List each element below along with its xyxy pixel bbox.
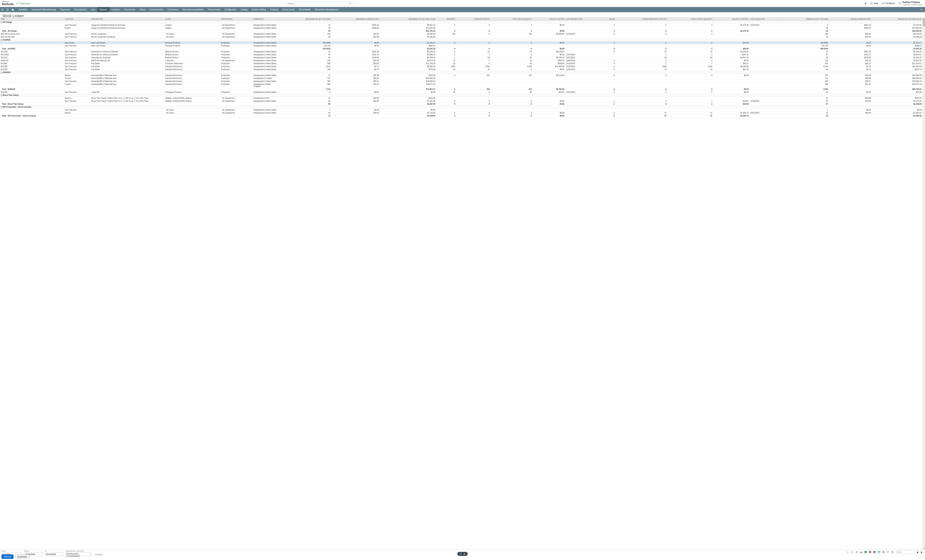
nav-scm-mobile[interactable]: SCM Mobile	[297, 7, 313, 12]
nav-reports[interactable]: Reports	[97, 7, 109, 12]
nav-configurator[interactable]: Configurator	[222, 7, 239, 12]
recent-icon[interactable]	[1, 8, 6, 11]
nav-commerce[interactable]: Commerce	[166, 7, 181, 12]
nav-manufacturing-mobile[interactable]: Manufacturing Mobile	[180, 7, 206, 12]
nav-transactions[interactable]: Transactions	[72, 7, 89, 12]
table-header-row: ITEMLOCATIONDESCRIPTIONCLASSDEPARTMENTSU…	[0, 18, 922, 19]
main-nav: ActivitiesAdvanced ManufacturingPayments…	[0, 7, 925, 12]
global-search	[286, 1, 353, 6]
col-header[interactable]: TOTAL INPUT QUANTITY	[490, 18, 533, 19]
col-header[interactable]: OTHER INV INPUTS	[456, 18, 490, 19]
col-header[interactable]: LAST RECEIPT DATE	[565, 18, 601, 19]
col-header[interactable]: ENDING AVERAGE COST	[829, 18, 872, 19]
oracle-netsuite-logo: ORACLE NetSuite	[2, 1, 14, 6]
col-header[interactable]: LAST SALES DATE	[749, 18, 782, 19]
svg-rect-0	[17, 3, 18, 4]
report-table-wrap: ITEMLOCATIONDESCRIPTIONCLASSDEPARTMENTSU…	[0, 17, 922, 19]
col-header[interactable]: BEGINNING AVERAGE COST	[331, 18, 380, 19]
nav-lists[interactable]: Lists	[89, 7, 98, 12]
report-table: ITEMLOCATIONDESCRIPTIONCLASSDEPARTMENTSU…	[0, 18, 922, 19]
user-role-icon	[898, 2, 901, 5]
feedback-link[interactable]: Feedback	[882, 2, 895, 5]
search-input[interactable]	[286, 1, 353, 6]
svg-point-6	[899, 2, 899, 3]
nav-deduction-management[interactable]: Deduction Management	[313, 7, 340, 12]
nav-activities[interactable]: Activities	[17, 7, 29, 12]
col-header[interactable]: ENDING INV QTY ON-HAND	[782, 18, 829, 19]
partner-text-b: frame	[24, 2, 30, 5]
partner-logo: logiframe	[17, 2, 30, 5]
nav-payments[interactable]: Payments	[58, 7, 72, 12]
svg-point-2	[349, 2, 351, 4]
user-menu[interactable]: Raditya Pratama Logiframe - Administrato…	[898, 1, 923, 6]
user-block: Raditya Pratama Logiframe - Administrato…	[902, 1, 923, 6]
nav-customization[interactable]: Customization	[148, 7, 166, 12]
nav-overflow-icon[interactable]: •••	[919, 9, 924, 11]
col-header[interactable]: OTHER INVENTORY OUTPUTS	[616, 18, 667, 19]
favorite-icon[interactable]	[6, 8, 12, 11]
top-bar: ORACLE NetSuite logiframe ? Help Feedbac…	[0, 0, 925, 7]
help-label: Help	[874, 2, 878, 5]
col-header[interactable]: ITEM	[0, 18, 64, 19]
svg-point-7	[900, 2, 901, 3]
nav-guided-selling[interactable]: Guided Selling	[250, 7, 268, 12]
col-header[interactable]: VALUE OF OUTPUTS	[713, 18, 749, 19]
help-link[interactable]: ? Help	[870, 2, 878, 5]
col-header[interactable]: SALES	[601, 18, 616, 19]
feedback-icon	[882, 2, 884, 5]
top-right: ? Help Feedback Raditya Pratama Logifram…	[864, 1, 923, 6]
nav-projects[interactable]: Projects	[268, 7, 280, 12]
oracle-text: ORACLE	[2, 1, 14, 3]
col-header[interactable]: VALUE OF INPUTS	[533, 18, 565, 19]
nav-documents[interactable]: Documents	[122, 7, 137, 12]
col-header[interactable]: SUBSIDIARY	[253, 18, 279, 19]
svg-text:?: ?	[871, 3, 872, 5]
netsuite-text: NetSuite	[2, 3, 14, 6]
nav-demo-assist[interactable]: Demo Assist	[280, 7, 297, 12]
col-header[interactable]: TOTAL OUTPUT QUANTITY	[667, 18, 713, 19]
vertical-scrollbar[interactable]: ▲ ▼	[923, 17, 925, 19]
search-icon[interactable]	[349, 2, 352, 5]
help-icon: ?	[870, 2, 873, 5]
home-icon[interactable]	[12, 8, 17, 11]
partner-mark-icon	[17, 2, 19, 5]
nav-setup[interactable]: Setup	[137, 7, 147, 12]
svg-rect-1	[18, 2, 19, 3]
col-header[interactable]: BEGINNING INV QTY ON-HAND	[279, 18, 331, 19]
nav-advanced-manufacturing[interactable]: Advanced Manufacturing	[29, 7, 58, 12]
user-name: Raditya Pratama	[902, 1, 923, 3]
svg-line-3	[351, 4, 351, 5]
col-header[interactable]: ENDING INV ON-HAND VALUE	[872, 18, 922, 19]
nav-fixed-assets[interactable]: Fixed Assets	[206, 7, 222, 12]
col-header[interactable]: RECEIPTS	[436, 18, 456, 19]
user-role: Logiframe - Administrator	[902, 4, 923, 6]
nav-quality[interactable]: Quality	[239, 7, 250, 12]
col-header[interactable]: BEGINNING INV ON-HAND VALUE	[380, 18, 436, 19]
col-header[interactable]: LOCATION	[64, 18, 90, 19]
col-header[interactable]: DEPARTMENT	[220, 18, 253, 19]
sync-icon[interactable]	[864, 2, 867, 5]
feedback-label: Feedback	[885, 2, 895, 5]
scroll-thumb[interactable]	[923, 19, 925, 19]
nav-analytics[interactable]: Analytics	[109, 7, 122, 12]
col-header[interactable]: CLASS	[164, 18, 220, 19]
logo-block: ORACLE NetSuite logiframe	[2, 1, 30, 6]
col-header[interactable]: DESCRIPTION	[90, 18, 164, 19]
partner-text-a: logi	[20, 2, 24, 5]
